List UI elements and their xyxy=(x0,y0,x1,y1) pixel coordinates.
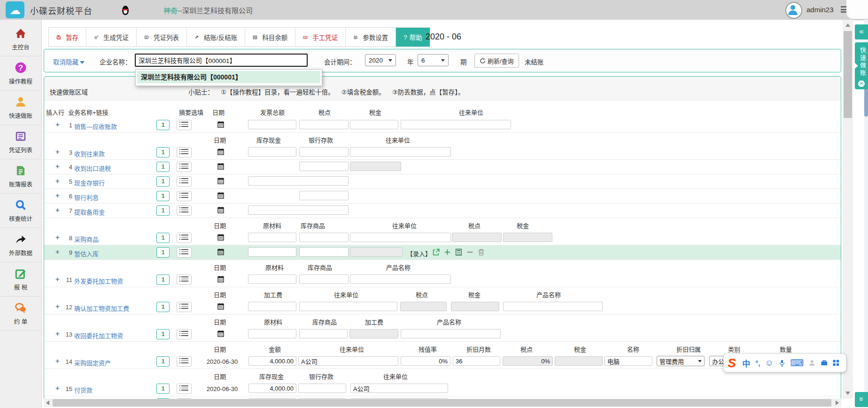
calendar-icon[interactable] xyxy=(217,148,224,157)
count-box[interactable]: 1 xyxy=(156,329,170,339)
month-select[interactable]: 6 xyxy=(418,54,449,66)
business-link[interactable]: 付货款 xyxy=(74,385,93,394)
toolbar-button-8[interactable]: ?帮助 xyxy=(396,28,430,47)
summary-list-button[interactable] xyxy=(177,205,192,216)
summary-list-button[interactable] xyxy=(177,329,192,339)
field-input[interactable] xyxy=(248,205,349,215)
count-box[interactable]: 1 xyxy=(156,120,170,130)
count-box[interactable]: 1 xyxy=(156,162,170,172)
minus-icon[interactable] xyxy=(466,248,474,256)
insert-row-icon[interactable]: + xyxy=(55,120,60,129)
count-box[interactable]: 1 xyxy=(156,275,170,285)
field-input[interactable] xyxy=(299,302,397,311)
field-input[interactable] xyxy=(299,120,349,129)
count-box[interactable]: 1 xyxy=(156,356,170,367)
field-input[interactable] xyxy=(299,233,349,242)
export-icon[interactable] xyxy=(432,248,440,256)
summary-list-button[interactable] xyxy=(177,191,192,201)
field-input[interactable] xyxy=(248,329,296,338)
business-link[interactable]: 银行利息 xyxy=(74,193,99,202)
sidebar-item-3[interactable]: 快速做账 xyxy=(0,90,41,125)
sidebar-item-2[interactable]: ?操作教程 xyxy=(0,56,41,91)
summary-list-button[interactable] xyxy=(177,384,192,394)
field-input[interactable] xyxy=(298,356,398,366)
refresh-query-button[interactable]: 刷新/查询 xyxy=(474,54,519,68)
business-link[interactable]: 收到往来款 xyxy=(74,149,105,158)
company-name-input[interactable] xyxy=(135,54,308,67)
summary-list-button[interactable] xyxy=(177,176,192,187)
cancel-hide-link[interactable]: 取消隐藏 xyxy=(53,57,85,66)
field-input[interactable] xyxy=(248,120,296,129)
count-box[interactable]: 1 xyxy=(156,191,170,201)
field-input[interactable] xyxy=(299,247,349,257)
summary-list-button[interactable] xyxy=(177,247,192,258)
ime-emoji-icon[interactable]: ☺ xyxy=(765,358,774,368)
entry-link[interactable]: 【录入】 xyxy=(407,249,431,258)
insert-row-icon[interactable]: + xyxy=(55,148,60,156)
count-box[interactable]: 1 xyxy=(156,176,170,187)
field-input[interactable] xyxy=(299,275,349,284)
trash-icon[interactable] xyxy=(477,248,485,256)
field-input[interactable] xyxy=(350,120,398,129)
toolbar-button-6[interactable]: 手工凭证 xyxy=(295,28,346,47)
insert-row-icon[interactable]: + xyxy=(55,302,60,311)
qq-penguin-icon[interactable] xyxy=(121,5,130,16)
summary-list-button[interactable] xyxy=(177,120,192,130)
field-input[interactable] xyxy=(299,147,349,157)
sidebar-item-8[interactable]: 报 税 xyxy=(0,262,41,297)
collapse-panel-button[interactable]: « xyxy=(855,24,868,39)
field-input[interactable] xyxy=(248,176,349,186)
summary-list-button[interactable] xyxy=(177,162,192,172)
suggestion-item[interactable]: 深圳兰芝科技有限公司【000001】 xyxy=(137,71,320,83)
ime-user-icon[interactable] xyxy=(808,359,816,367)
scroll-up-arrow-icon[interactable] xyxy=(845,24,850,27)
summary-list-button[interactable] xyxy=(177,302,192,312)
count-box[interactable]: 1 xyxy=(156,205,170,216)
insert-row-icon[interactable]: + xyxy=(55,162,60,171)
summary-list-button[interactable] xyxy=(177,233,192,243)
sidebar-item-4[interactable]: 凭证列表 xyxy=(0,125,41,159)
business-link[interactable]: 暂估入库 xyxy=(74,249,99,258)
business-link[interactable]: 提取备用金 xyxy=(74,207,105,216)
calendar-icon[interactable] xyxy=(217,192,224,201)
insert-row-icon[interactable]: + xyxy=(55,357,60,365)
business-link[interactable]: 收到出口退税 xyxy=(74,164,111,173)
user-avatar[interactable] xyxy=(785,2,802,19)
sidebar-item-6[interactable]: 核查统计 xyxy=(0,193,41,228)
insert-row-icon[interactable]: + xyxy=(55,275,60,283)
year-select[interactable]: 2020 xyxy=(365,54,396,66)
field-input[interactable] xyxy=(248,247,296,257)
insert-row-icon[interactable]: + xyxy=(55,233,60,242)
insert-row-icon[interactable]: + xyxy=(55,191,60,200)
toolbar-button-7[interactable]: 参数设置 xyxy=(346,28,396,47)
summary-list-button[interactable] xyxy=(177,147,192,157)
field-input[interactable] xyxy=(248,147,296,157)
field-input[interactable] xyxy=(401,329,501,338)
field-input[interactable] xyxy=(350,384,448,393)
calendar-icon[interactable] xyxy=(217,206,224,215)
calendar-icon[interactable] xyxy=(217,330,224,339)
ime-keyboard-icon[interactable]: ⌨ xyxy=(790,358,804,368)
insert-row-icon[interactable]: + xyxy=(55,248,60,256)
calendar-icon[interactable] xyxy=(217,248,224,257)
summary-list-button[interactable] xyxy=(177,356,192,367)
field-input[interactable] xyxy=(350,147,451,157)
field-input[interactable] xyxy=(299,329,348,338)
toolbar-button-4[interactable]: 结账/反结账 xyxy=(187,28,245,47)
field-input[interactable] xyxy=(401,120,511,129)
calendar-icon[interactable] xyxy=(217,177,224,186)
count-box[interactable]: 1 xyxy=(156,247,170,258)
insert-row-icon[interactable]: + xyxy=(55,177,60,185)
field-input[interactable] xyxy=(248,302,296,311)
horizontal-scrollbar[interactable] xyxy=(44,399,841,407)
insert-row-icon[interactable]: + xyxy=(55,384,60,392)
count-box[interactable]: 1 xyxy=(156,384,170,394)
sidebar-item-1[interactable]: 主控台 xyxy=(0,22,41,56)
vertical-scroll-thumb[interactable] xyxy=(844,31,852,118)
business-link[interactable]: 销售—应收账款 xyxy=(74,122,117,131)
ime-language-toggle[interactable]: 中 xyxy=(742,357,750,369)
ime-mic-icon[interactable] xyxy=(778,359,786,367)
insert-row-icon[interactable]: + xyxy=(55,330,60,338)
toolbar-button-2[interactable]: 生成凭证 xyxy=(86,28,137,47)
business-link[interactable]: 现金存银行 xyxy=(74,178,105,187)
